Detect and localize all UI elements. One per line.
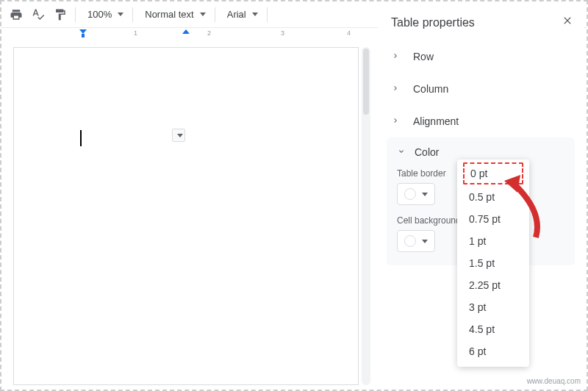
border-width-option[interactable]: 0 pt (463, 162, 523, 184)
document-page[interactable] (13, 47, 359, 385)
border-width-option[interactable]: 0.75 pt (457, 208, 529, 230)
section-color[interactable]: Color (397, 146, 564, 158)
scrollbar-thumb[interactable] (363, 49, 369, 115)
chevron-right-icon (391, 83, 400, 95)
caret-down-icon (252, 12, 258, 16)
border-width-option[interactable]: 1 pt (457, 230, 529, 252)
caret-down-icon (422, 240, 428, 243)
zoom-value: 100% (87, 9, 112, 20)
zoom-dropdown[interactable]: 100% (80, 4, 128, 25)
print-icon[interactable] (6, 4, 26, 25)
ruler-mark: 3 (281, 29, 284, 37)
caret-down-icon (200, 12, 206, 16)
spellcheck-icon[interactable] (28, 4, 49, 25)
sidebar-title: Table properties (391, 16, 475, 29)
section-row-label: Row (413, 51, 434, 62)
section-column[interactable]: Column (378, 73, 584, 105)
border-width-option[interactable]: 4.5 pt (457, 318, 529, 340)
ruler-mark: 1 (134, 29, 137, 37)
table-handle[interactable] (172, 129, 185, 142)
text-cursor (80, 130, 82, 146)
chevron-right-icon (391, 115, 400, 127)
border-width-option[interactable]: 3 pt (457, 296, 529, 318)
background-color-picker[interactable] (397, 230, 435, 252)
color-circle-icon (404, 235, 416, 247)
caret-down-icon (177, 134, 183, 137)
watermark: www.deuaq.com (527, 377, 581, 385)
chevron-down-icon (397, 146, 406, 158)
separator (215, 7, 215, 22)
right-indent-marker[interactable] (182, 29, 190, 40)
section-alignment-label: Alignment (413, 115, 459, 127)
separator (132, 7, 133, 22)
close-icon[interactable] (562, 15, 573, 30)
style-dropdown[interactable]: Normal text (137, 4, 209, 25)
section-row[interactable]: Row (378, 40, 584, 73)
caret-down-icon (422, 193, 428, 196)
style-value: Normal text (145, 9, 193, 20)
border-color-picker[interactable] (397, 183, 435, 205)
ruler-mark: 2 (207, 29, 211, 37)
font-dropdown[interactable]: Arial (220, 4, 262, 25)
border-width-menu: 0 pt 0.5 pt 0.75 pt 1 pt 1.5 pt 2.25 pt … (457, 159, 529, 367)
svg-marker-2 (182, 29, 190, 34)
caret-down-icon (118, 12, 123, 16)
ruler-mark: 4 (347, 29, 351, 37)
section-alignment[interactable]: Alignment (378, 105, 584, 137)
svg-rect-1 (82, 34, 85, 37)
color-circle-icon (404, 188, 416, 200)
separator (75, 7, 76, 22)
font-value: Arial (227, 9, 246, 20)
left-indent-marker[interactable] (79, 29, 87, 40)
sidebar-header: Table properties (378, 4, 584, 40)
border-width-option[interactable]: 6 pt (457, 340, 529, 362)
chevron-right-icon (391, 51, 400, 62)
vertical-scrollbar[interactable] (362, 47, 370, 385)
svg-marker-0 (79, 29, 87, 34)
separator (267, 7, 268, 22)
section-column-label: Column (413, 83, 448, 95)
border-width-option[interactable]: 1.5 pt (457, 252, 529, 274)
section-color-label: Color (415, 146, 439, 158)
border-width-option[interactable]: 2.25 pt (457, 274, 529, 296)
border-width-option[interactable]: 0.5 pt (457, 186, 529, 208)
paint-format-icon[interactable] (50, 4, 71, 25)
